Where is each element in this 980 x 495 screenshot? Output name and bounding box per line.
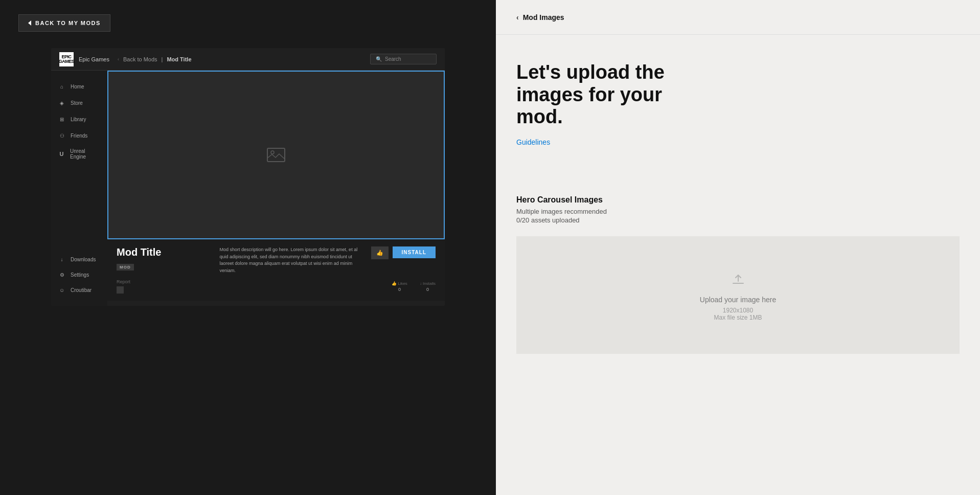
- mod-description: Mod short description will go here. Lore…: [220, 246, 363, 274]
- likes-label: 👍 Likes: [392, 281, 407, 286]
- header-chevron-icon: ‹: [516, 13, 519, 21]
- sidebar-downloads-label: Downloads: [71, 257, 96, 262]
- installs-label: ↓ Installs: [420, 281, 436, 286]
- search-icon: 🔍: [376, 56, 382, 62]
- sidebar-item-unreal[interactable]: U Unreal Engine: [51, 144, 107, 164]
- search-placeholder-text: Search: [385, 56, 401, 62]
- account-icon: ☺: [58, 286, 65, 294]
- svg-point-1: [271, 151, 274, 154]
- mod-details-top: Mod Title MOD Mod short description will…: [117, 246, 436, 274]
- store-body: ⌂ Home ◈ Store ⊞ Library ⚇ Friends U U: [51, 71, 445, 306]
- mod-title-area: Mod Title MOD: [117, 246, 212, 274]
- downloads-icon: ↓: [58, 256, 65, 263]
- page-headline: Let's upload the images for your mod.: [516, 61, 711, 128]
- hero-section-title: Hero Carousel Images: [516, 195, 960, 205]
- sidebar-home-label: Home: [71, 84, 84, 89]
- upload-dimensions: 1920x1080: [723, 307, 753, 314]
- friends-icon: ⚇: [58, 132, 65, 139]
- svg-rect-3: [742, 276, 744, 283]
- right-panel: ‹ Mod Images Let's upload the images for…: [496, 0, 980, 495]
- breadcrumb: ‹ Back to Mods | Mod Title: [118, 56, 192, 62]
- store-search: 🔍 Search: [370, 54, 437, 64]
- report-flag-icon: [117, 286, 124, 294]
- mod-report-row: Report 👍 Likes 0 ↓ Installs 0: [117, 279, 436, 294]
- store-main-content: Mod Title MOD Mod short description will…: [107, 71, 445, 306]
- svg-rect-0: [267, 148, 285, 162]
- like-button[interactable]: 👍: [371, 246, 389, 259]
- sidebar-unreal-label: Unreal Engine: [70, 148, 100, 160]
- left-panel: BACK TO MY MODS EPICGAMES Epic Games ‹ B…: [0, 0, 496, 495]
- epic-logo: EPICGAMES: [59, 52, 74, 66]
- likes-count: 0: [398, 287, 401, 292]
- installs-count: 0: [426, 287, 429, 292]
- hero-section-count: 0/20 assets uploaded: [516, 216, 960, 224]
- sidebar-item-settings[interactable]: ⚙ Settings: [51, 267, 107, 282]
- sidebar-item-library[interactable]: ⊞ Library: [51, 111, 107, 127]
- sidebar-store-label: Store: [71, 100, 83, 106]
- breadcrumb-separator: |: [162, 56, 163, 62]
- epic-games-label: Epic Games: [79, 56, 109, 62]
- report-area: Report: [117, 279, 130, 294]
- report-label: Report: [117, 279, 130, 284]
- installs-stat: ↓ Installs 0: [420, 281, 436, 292]
- store-icon: ◈: [58, 99, 65, 106]
- sidebar-friends-label: Friends: [71, 133, 87, 139]
- hero-section-subtitle: Multiple images recommended: [516, 208, 960, 215]
- right-header: ‹ Mod Images: [496, 0, 980, 35]
- unreal-icon: U: [58, 150, 65, 158]
- sidebar-library-label: Library: [71, 117, 86, 122]
- mod-description-area: Mod short description will go here. Lore…: [220, 246, 363, 274]
- hero-image-area[interactable]: [107, 71, 445, 239]
- breadcrumb-current-label: Mod Title: [167, 56, 191, 62]
- mod-actions: 👍 INSTALL: [371, 246, 436, 274]
- mod-details-section: Mod Title MOD Mod short description will…: [107, 239, 445, 301]
- right-header-title: Mod Images: [523, 13, 564, 21]
- upload-label: Upload your image here: [700, 296, 776, 304]
- likes-stat: 👍 Likes 0: [392, 281, 407, 292]
- upload-filesize: Max file size 1MB: [714, 314, 762, 321]
- hero-placeholder-icon: [267, 148, 285, 162]
- store-sidebar: ⌂ Home ◈ Store ⊞ Library ⚇ Friends U U: [51, 71, 107, 306]
- back-to-mods-button[interactable]: BACK TO MY MODS: [18, 14, 110, 32]
- sidebar-settings-label: Settings: [71, 272, 89, 278]
- home-icon: ⌂: [58, 83, 65, 90]
- sidebar-item-home[interactable]: ⌂ Home: [51, 79, 107, 94]
- mod-title: Mod Title: [117, 246, 212, 258]
- right-header-back-button[interactable]: ‹ Mod Images: [516, 13, 564, 21]
- chevron-left-icon: [28, 20, 31, 26]
- breadcrumb-back-label: Back to Mods: [123, 56, 157, 62]
- settings-icon: ⚙: [58, 271, 65, 278]
- upload-icon: [729, 269, 747, 289]
- sidebar-item-account[interactable]: ☺ Croutibar: [51, 282, 107, 298]
- sidebar-item-downloads[interactable]: ↓ Downloads: [51, 252, 107, 267]
- breadcrumb-back-chevron: ‹: [118, 57, 119, 62]
- sidebar-item-friends[interactable]: ⚇ Friends: [51, 128, 107, 143]
- upload-zone[interactable]: Upload your image here 1920x1080 Max fil…: [516, 236, 960, 354]
- mod-stats: 👍 Likes 0 ↓ Installs 0: [392, 281, 436, 292]
- library-icon: ⊞: [58, 116, 65, 123]
- svg-rect-2: [732, 276, 734, 283]
- back-button-label: BACK TO MY MODS: [35, 20, 101, 26]
- guidelines-link[interactable]: Guidelines: [516, 138, 550, 146]
- install-button[interactable]: INSTALL: [393, 246, 436, 258]
- store-header: EPICGAMES Epic Games ‹ Back to Mods | Mo…: [51, 48, 445, 71]
- epic-logo-text: EPICGAMES: [59, 55, 75, 64]
- store-mockup: EPICGAMES Epic Games ‹ Back to Mods | Mo…: [51, 48, 445, 306]
- sidebar-account-label: Croutibar: [71, 287, 92, 293]
- right-content: Let's upload the images for your mod. Gu…: [496, 35, 980, 495]
- mod-tag: MOD: [117, 264, 134, 271]
- sidebar-item-store[interactable]: ◈ Store: [51, 95, 107, 110]
